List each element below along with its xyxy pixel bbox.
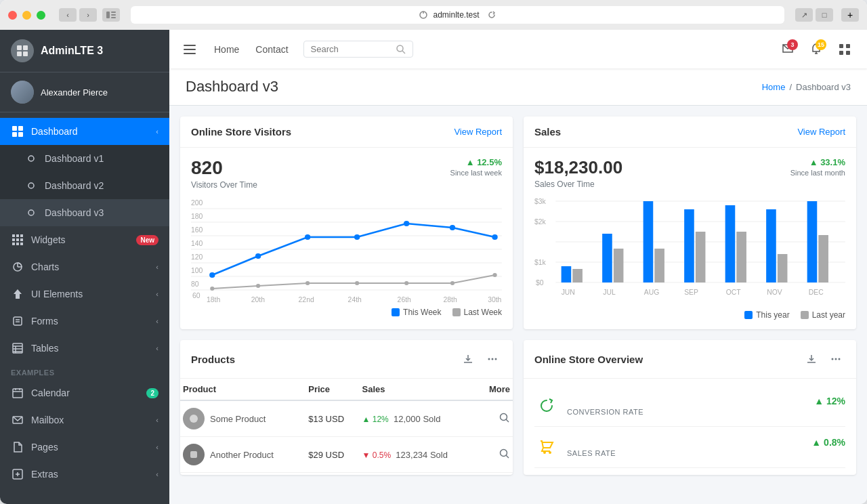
svg-rect-44 — [184, 45, 196, 46]
svg-text:26th: 26th — [398, 296, 412, 303]
sidebar-item-dashboard-v1[interactable]: Dashboard v1 — [0, 145, 169, 172]
svg-rect-12 — [12, 132, 17, 137]
overview-card-actions — [802, 350, 845, 369]
svg-point-123 — [488, 358, 490, 360]
products-table: Product Price Sales More — [180, 379, 513, 473]
visitors-view-report[interactable]: View Report — [454, 127, 502, 137]
svg-rect-45 — [184, 49, 196, 50]
url-bar[interactable]: adminlte.test — [131, 6, 784, 24]
svg-rect-3 — [111, 17, 116, 18]
nav-forward-btn[interactable]: › — [79, 8, 97, 22]
minimize-btn[interactable] — [22, 11, 31, 20]
overview-card-header: Online Store Overview — [524, 340, 856, 379]
sidebar-toggle-btn[interactable] — [102, 8, 120, 22]
product-img-1 — [183, 408, 205, 429]
sidebar-item-dashboard-v2[interactable]: Dashboard v2 — [0, 172, 169, 199]
main-content: Online Store Visitors View Report 820 Vi… — [169, 106, 867, 504]
sales-card: Sales View Report $18,230.00 Sales Over … — [524, 117, 856, 329]
svg-text:$2k: $2k — [534, 218, 547, 226]
topnav-home-link[interactable]: Home — [207, 40, 246, 59]
legend-this-year: This year — [744, 310, 789, 320]
svg-point-125 — [495, 358, 497, 360]
svg-rect-20 — [12, 238, 15, 241]
svg-line-131 — [506, 455, 509, 458]
products-card-actions — [459, 350, 502, 369]
sidebar-item-dashboard[interactable]: Dashboard ‹ — [0, 118, 169, 145]
topnav-right: 3 15 — [776, 38, 856, 61]
metric-conversion-info: ▲ 12% CONVERSION RATE — [567, 396, 845, 416]
svg-rect-36 — [13, 389, 22, 398]
breadcrumb-current: Dashboard v3 — [796, 82, 851, 92]
sidebar-item-dashboard-v3[interactable]: Dashboard v3 — [0, 199, 169, 226]
overview-more-btn[interactable] — [826, 350, 845, 369]
url-text: adminlte.test — [433, 10, 479, 20]
svg-point-76 — [492, 234, 497, 240]
search-input[interactable] — [311, 44, 392, 54]
svg-point-74 — [404, 221, 409, 226]
new-tab-btn[interactable]: □ — [816, 8, 833, 22]
sidebar-item-ui-elements[interactable]: UI Elements ‹ — [0, 280, 169, 308]
messages-btn[interactable]: 3 — [776, 38, 799, 61]
sidebar-item-forms[interactable]: Forms ‹ — [0, 308, 169, 335]
apps-btn[interactable] — [833, 38, 856, 61]
close-btn[interactable] — [8, 11, 17, 20]
nav-back-btn[interactable]: ‹ — [59, 8, 77, 22]
svg-text:$1k: $1k — [534, 259, 547, 266]
nav-label-dv1: Dashboard v1 — [45, 153, 158, 164]
share-btn[interactable]: ↗ — [795, 8, 813, 22]
menu-toggle-btn[interactable] — [180, 40, 199, 59]
sales-chart: $3k $2k $1k $0 — [534, 194, 845, 306]
sidebar-item-tables[interactable]: Tables ‹ — [0, 335, 169, 362]
download-btn[interactable] — [459, 350, 478, 369]
svg-rect-110 — [766, 209, 776, 282]
topnav-contact-link[interactable]: Contact — [249, 40, 295, 59]
sidebar-item-charts[interactable]: Charts ‹ — [0, 253, 169, 280]
sidebar-item-calendar[interactable]: Calendar 2 — [0, 379, 169, 406]
sales-view-report[interactable]: View Report — [797, 127, 845, 137]
svg-rect-101 — [572, 269, 583, 282]
svg-rect-18 — [16, 234, 19, 237]
col-product: Product — [180, 379, 305, 400]
svg-text:30th: 30th — [488, 296, 502, 303]
legend-dot-this-year — [744, 311, 753, 319]
examples-section-label: EXAMPLES — [0, 362, 169, 379]
brand-avatar — [11, 39, 34, 62]
user-panel: Alexander Pierce — [0, 72, 169, 112]
sidebar-item-mailbox[interactable]: Mailbox ‹ — [0, 406, 169, 434]
add-tab-btn[interactable]: + — [841, 8, 859, 22]
sidebar-item-pages[interactable]: Pages ‹ — [0, 434, 169, 461]
product-cell-2: Another Product — [183, 444, 303, 465]
svg-rect-13 — [18, 132, 23, 137]
maximize-btn[interactable] — [37, 11, 45, 20]
product-more-2[interactable] — [478, 437, 513, 473]
sidebar-item-widgets[interactable]: Widgets New — [0, 226, 169, 253]
topnav-search[interactable] — [303, 41, 413, 58]
svg-point-70 — [209, 272, 215, 278]
svg-rect-0 — [106, 12, 110, 18]
svg-rect-2 — [111, 14, 116, 16]
sidebar-item-extras[interactable]: Extras ‹ — [0, 461, 169, 488]
product-more-1[interactable] — [478, 400, 513, 437]
overview-title: Online Store Overview — [534, 354, 643, 365]
sidebar-item-label: Dashboard — [31, 126, 156, 137]
user-name: Alexander Pierce — [41, 87, 108, 98]
svg-text:JUL: JUL — [603, 289, 616, 296]
visitors-period: Since last week — [450, 169, 502, 177]
products-card-header: Products — [180, 340, 513, 379]
svg-point-82 — [450, 281, 454, 285]
svg-point-47 — [397, 45, 403, 51]
cart-icon — [534, 435, 559, 459]
more-btn[interactable] — [483, 350, 502, 369]
visitors-count: 820 — [191, 157, 257, 179]
metric-sales-rate-info: ▲ 0.8% SALES RATE — [567, 437, 845, 457]
svg-point-135 — [835, 358, 837, 360]
product-price-2: $29 USD — [305, 437, 359, 473]
alerts-btn[interactable]: 15 — [805, 38, 828, 61]
svg-rect-100 — [562, 266, 572, 282]
breadcrumb-home[interactable]: Home — [762, 82, 786, 92]
overview-download-btn[interactable] — [802, 350, 821, 369]
file-icon — [11, 440, 24, 454]
svg-point-81 — [404, 281, 408, 285]
widgets-badge: New — [136, 235, 158, 245]
svg-rect-107 — [696, 232, 706, 282]
